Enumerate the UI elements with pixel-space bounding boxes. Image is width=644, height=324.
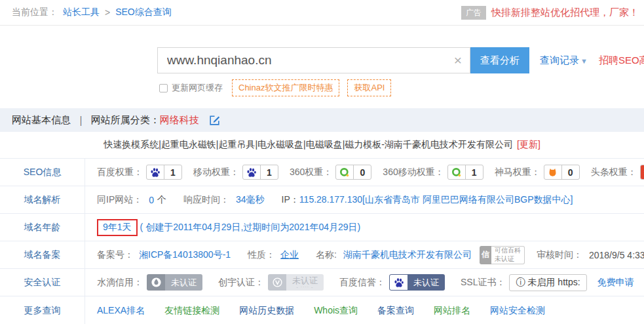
get-api-button[interactable]: 获取API — [347, 79, 391, 96]
row-content-more: ALEXA排名 友情链接检测 网站历史数据 Whois查询 备案查询 网站排名 … — [85, 296, 644, 324]
ssl-apply-link[interactable]: 免费申请 — [597, 277, 634, 289]
table-row-icp: 域名备案 备案号： 湘ICP备14013800号-1 性质： 企业 名称: 湖南… — [0, 241, 644, 269]
chuangyu-label: 创宇认证： — [218, 277, 264, 289]
trust-badge-line1: 可信百科 — [495, 247, 521, 255]
link-whois[interactable]: Whois查询 — [314, 305, 358, 317]
breadcrumb: 当前位置： 站长工具 > SEO综合查询 — [12, 7, 172, 18]
shuidi-badge[interactable]: 未认证 — [147, 274, 202, 291]
link-site-history[interactable]: 网站历史数据 — [239, 305, 294, 317]
weight-toutiao: 头条权重： 头条 1 — [591, 165, 644, 180]
weight-shenma: 神马权重： 0 — [495, 165, 580, 180]
shuidi-status: 未认证 — [165, 274, 202, 291]
ip-value-link[interactable]: 115.28.177.130[山东省青岛市 阿里巴巴网络有限公司BGP数据中心] — [299, 194, 573, 206]
row-label-security: 安全认证 — [0, 269, 85, 296]
shenma-weight-badge[interactable]: 0 — [544, 165, 580, 180]
chuangyu-status-wrap: 未认证 - ···· - — [286, 274, 324, 291]
link-alexa-rank[interactable]: ALEXA排名 — [97, 305, 145, 317]
response-time-label: 响应时间： — [183, 194, 229, 206]
row-content-age: 9年1天 ( 创建于2011年04月29日,过期时间为2021年04月29日) — [85, 214, 644, 241]
chuangyu-badge[interactable]: 未认证 - ···· - — [268, 274, 324, 291]
baidu-xinyu-status: 未认证 — [407, 274, 445, 291]
audit-time-value: 2018/9/5 4:33:29 — [589, 250, 644, 260]
table-row-age: 域名年龄 9年1天 ( 创建于2011年04月29日,过期时间为2021年04月… — [0, 214, 644, 241]
baidu-xinyu-label: 百度信誉： — [339, 277, 385, 289]
link-site-rank[interactable]: 网站排名 — [434, 305, 470, 317]
breadcrumb-link-tools[interactable]: 站长工具 — [63, 7, 100, 18]
icp-nature-label: 性质： — [248, 249, 275, 261]
cache-checkbox[interactable] — [159, 84, 168, 92]
trust-badge-text: 可信百科 未认证 — [491, 246, 525, 264]
weight-label: 神马权重： — [495, 167, 540, 178]
ssl-status-box[interactable]: ⓘ 未启用 https: — [509, 274, 586, 291]
ssl-label: SSL证书： — [461, 277, 505, 289]
weight-baidu-pc: 百度权重： 1 — [97, 165, 182, 180]
category-label: 网站所属分类： — [91, 114, 160, 127]
same-ip-label: 同IP网站： — [97, 194, 142, 206]
same-ip-value-link[interactable]: 0 — [149, 195, 154, 205]
weight-360-mobile: 360移动权重： 1 — [383, 165, 483, 180]
chevron-down-icon: ▼ — [580, 57, 588, 65]
shuidi-label: 水滴信用： — [97, 277, 143, 289]
edit-icon[interactable] — [208, 114, 221, 127]
icp-company-link[interactable]: 湖南千豪机电技术开发有限公司 — [343, 249, 472, 261]
row-content-seo: 百度权重： 1 移动权重： 1 360权重： 0 — [85, 159, 644, 186]
so360-mobile-weight-badge[interactable]: 1 — [447, 165, 483, 180]
trust-badge-line2: 未认证 — [495, 255, 521, 264]
chuangyu-dots: - ···· - — [297, 285, 314, 289]
so360-icon — [336, 165, 354, 179]
row-label-dns: 域名解析 — [0, 186, 85, 213]
category-value-link[interactable]: 网络科技 — [160, 114, 199, 127]
weight-360: 360权重： 0 — [290, 165, 371, 180]
weight-value: 0 — [354, 165, 371, 179]
baidu-paw-icon — [389, 274, 407, 291]
breadcrumb-bar: 当前位置： 站长工具 > SEO综合查询 广告 快排新排整站优化招代理，厂家！ — [0, 0, 644, 26]
breadcrumb-link-seo[interactable]: SEO综合查询 — [115, 7, 172, 18]
search-row: × 查看分析 查询记录▼ 招聘SEO高手 — [157, 47, 644, 73]
row-content-security: 水滴信用： 未认证 创宇认证： 未认证 - ···· - 百度信誉： — [85, 269, 644, 296]
icp-number-link[interactable]: 湘ICP备14013800号-1 — [139, 249, 231, 261]
icp-number-label: 备案号： — [97, 249, 134, 261]
site-title-text: 快速换模系统|起重电永磁铁|起重吊具|电永磁吸盘|电磁吸盘|磁力模板-湖南千豪机… — [104, 139, 513, 151]
link-site-security[interactable]: 网站安全检测 — [490, 305, 545, 317]
same-ip-unit: 个 — [157, 194, 166, 206]
url-input[interactable] — [158, 53, 446, 68]
update-title-link[interactable]: [更新] — [517, 139, 540, 151]
history-dropdown[interactable]: 查询记录▼ — [540, 54, 588, 67]
link-icp-query[interactable]: 备案查询 — [377, 305, 414, 317]
trust-encyclopedia-badge[interactable]: 信 可信百科 未认证 — [480, 246, 525, 264]
ad-badge: 广告 — [461, 6, 486, 20]
shenma-icon — [544, 165, 562, 179]
ssl-status-text: 未启用 https: — [527, 277, 580, 289]
breadcrumb-prefix: 当前位置： — [12, 7, 58, 18]
search-input-wrap: × — [157, 47, 470, 73]
baidu-mobile-weight-badge[interactable]: 1 — [242, 165, 278, 180]
weight-label: 360权重： — [290, 167, 332, 178]
so360-weight-badge[interactable]: 0 — [335, 165, 371, 180]
response-time-value: 34毫秒 — [236, 194, 265, 206]
security-shuidi: 水滴信用： 未认证 — [97, 274, 202, 291]
icp-nature-link[interactable]: 企业 — [280, 249, 299, 261]
row-label-age: 域名年龄 — [0, 214, 85, 241]
link-friend-links[interactable]: 友情链接检测 — [164, 305, 219, 317]
promo-button[interactable]: Chinaz软文推广限时特惠 — [232, 79, 339, 96]
clear-icon[interactable]: × — [446, 48, 470, 73]
site-info-section: 网站基本信息 ｜ 网站所属分类： 网络科技 快速换模系统|起重电永磁铁|起重吊具… — [0, 108, 644, 324]
hire-seo-link[interactable]: 招聘SEO高手 — [599, 54, 644, 67]
baidu-xinyu-badge[interactable]: 未认证 — [389, 274, 445, 291]
chuangyu-status: 未认证 — [292, 276, 318, 285]
analyze-button[interactable]: 查看分析 — [470, 47, 529, 73]
table-row-security: 安全认证 水滴信用： 未认证 创宇认证： 未认证 - ···· - — [0, 269, 644, 296]
row-content-icp: 备案号： 湘ICP备14013800号-1 性质： 企业 名称: 湖南千豪机电技… — [85, 241, 644, 268]
domain-age-detail: ( 创建于2011年04月29日,过期时间为2021年04月29日) — [140, 222, 361, 233]
ad-link[interactable]: 快排新排整站优化招代理，厂家！ — [491, 7, 639, 19]
ip-label: IP： — [282, 194, 299, 206]
weight-label: 头条权重： — [591, 167, 637, 178]
water-drop-icon — [147, 274, 165, 291]
section-divider: ｜ — [76, 114, 86, 127]
security-chuangyu: 创宇认证： 未认证 - ···· - — [218, 274, 324, 291]
v-shield-icon — [268, 274, 286, 291]
weight-value: 0 — [562, 165, 579, 179]
baidu-weight-badge[interactable]: 1 — [146, 165, 182, 180]
table-row-dns: 域名解析 同IP网站： 0 个 响应时间： 34毫秒 IP： 115.28.17… — [0, 186, 644, 214]
toutiao-weight-badge[interactable]: 头条 1 — [640, 165, 644, 180]
